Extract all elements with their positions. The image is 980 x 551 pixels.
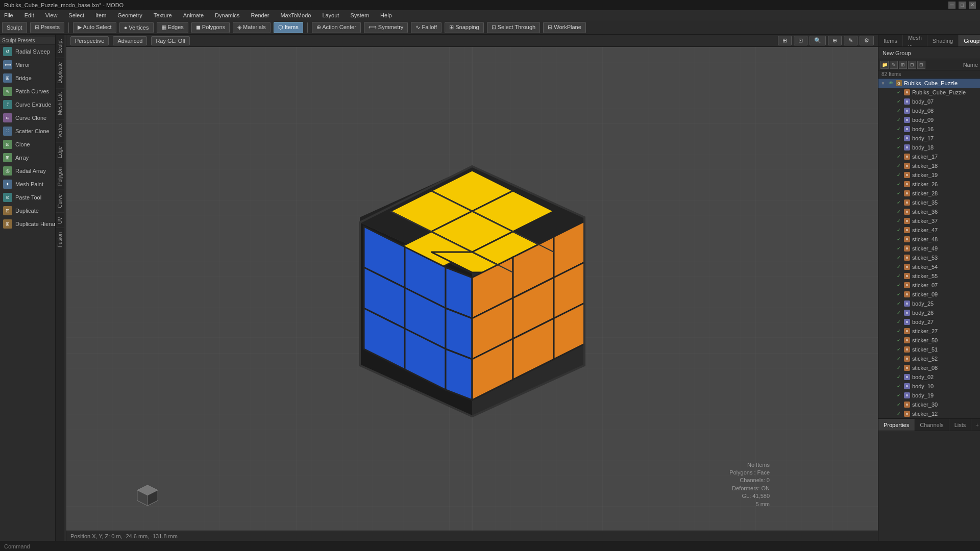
vis-icon[interactable]: ✓ (896, 108, 902, 114)
vp-icon-6[interactable]: ⚙ (860, 36, 874, 45)
items-button[interactable]: ⬡ Items (274, 22, 303, 33)
br-tab-add[interactable]: + (971, 419, 980, 431)
symmetry-button[interactable]: ⟺ Symmetry (364, 22, 408, 33)
scene-item-sticker_52[interactable]: ✓ M sticker_52 (878, 354, 980, 363)
vis-icon[interactable]: ✓ (896, 154, 902, 160)
scene-item-sticker_47[interactable]: ✓ M sticker_47 (878, 226, 980, 235)
visibility-icon[interactable]: 👁 (888, 80, 894, 86)
vis-icon[interactable]: ✓ (896, 374, 902, 380)
vis-icon[interactable]: ✓ (896, 328, 902, 334)
vis-icon[interactable]: ✓ (896, 89, 902, 95)
presets-button[interactable]: ⊞ Presets (30, 22, 64, 33)
expand-arrow[interactable]: ▼ (880, 81, 886, 86)
polygons-button[interactable]: ◼ Polygons (191, 22, 230, 33)
vert-tab-curve[interactable]: Curve (56, 190, 64, 212)
scene-item-sticker_37[interactable]: ✓ M sticker_37 (878, 216, 980, 226)
scene-item-body_02[interactable]: ✓ M body_02 (878, 372, 980, 382)
vis-icon[interactable]: ✓ (896, 300, 902, 307)
vis-icon[interactable]: ✓ (896, 163, 902, 169)
vis-icon[interactable]: ✓ (896, 383, 902, 389)
tab-items[interactable]: Items (878, 35, 903, 46)
3d-viewport[interactable]: No Items Polygons : Face Channels: 0 Def… (66, 47, 878, 531)
vis-icon[interactable]: ✓ (896, 282, 902, 288)
mini-orientation-cube[interactable] (135, 483, 160, 508)
scene-item-body_19[interactable]: ✓ M body_19 (878, 391, 980, 400)
vis-icon[interactable]: ✓ (896, 172, 902, 178)
scene-item-body_25[interactable]: ✓ M body_25 (878, 299, 980, 308)
tool-curve-clone[interactable]: ⊂ Curve Clone (0, 111, 55, 124)
auto-select-button[interactable]: ▶ Auto Select (73, 22, 116, 33)
br-tab-lists[interactable]: Lists (949, 419, 972, 431)
vis-icon[interactable]: ✓ (896, 337, 902, 343)
tab-mesh[interactable]: Mesh ... (903, 35, 927, 46)
scene-item-body_09[interactable]: ✓ M body_09 (878, 115, 980, 124)
scene-item-sticker_48[interactable]: ✓ M sticker_48 (878, 235, 980, 244)
tool-curve-extrude[interactable]: ⤴ Curve Extrude (0, 98, 55, 111)
tool-radial-sweep[interactable]: ↺ Radial Sweep (0, 45, 55, 58)
command-input[interactable] (34, 543, 976, 549)
scene-item-sticker_17[interactable]: ✓ M sticker_17 (878, 152, 980, 161)
scene-item-Rubiks_Cube_Puzzle[interactable]: ✓ M Rubiks_Cube_Puzzle (878, 88, 980, 97)
tab-groups[interactable]: Groups (959, 35, 980, 46)
minimize-button[interactable]: ─ (948, 2, 955, 9)
scene-item-sticker_27[interactable]: ✓ M sticker_27 (878, 327, 980, 336)
vis-icon[interactable]: ✓ (896, 227, 902, 233)
vis-icon[interactable]: ✓ (896, 291, 902, 297)
scene-item-sticker_36[interactable]: ✓ M sticker_36 (878, 207, 980, 216)
list-icon-1[interactable]: 📁 (880, 61, 889, 69)
scene-item-body_10[interactable]: ✓ M body_10 (878, 382, 980, 391)
menu-texture[interactable]: Texture (152, 11, 174, 19)
vis-icon[interactable]: ✓ (896, 310, 902, 316)
menu-maxtomodo[interactable]: MaxToModo (278, 11, 313, 19)
tool-clone[interactable]: ⊡ Clone (0, 138, 55, 151)
tool-patch-curves[interactable]: ∿ Patch Curves (0, 85, 55, 98)
list-icon-2[interactable]: ✎ (890, 61, 898, 69)
scene-item-sticker_12[interactable]: ✓ M sticker_12 (878, 409, 980, 418)
vis-icon[interactable]: ✓ (896, 126, 902, 132)
vis-icon[interactable]: ✓ (896, 199, 902, 206)
vert-tab-mesh-edit[interactable]: Mesh Edit (56, 88, 64, 119)
perspective-button[interactable]: Perspective (70, 36, 109, 45)
scene-item-sticker_55[interactable]: ✓ M sticker_55 (878, 271, 980, 281)
vp-icon-2[interactable]: ⊡ (794, 36, 807, 45)
scene-item-sticker_51[interactable]: ✓ M sticker_51 (878, 345, 980, 354)
action-center-button[interactable]: ⊕ Action Center (312, 22, 361, 33)
tool-duplicate[interactable]: ⊡ Duplicate (0, 204, 55, 217)
menu-file[interactable]: File (2, 11, 15, 19)
new-group-button[interactable]: New Group (883, 50, 911, 56)
menu-help[interactable]: Help (378, 11, 394, 19)
vert-tab-uv[interactable]: UV (56, 212, 64, 228)
tool-duplicate-hierarchy[interactable]: ⊞ Duplicate Hierarchy (0, 217, 55, 231)
vis-icon[interactable]: ✓ (896, 402, 902, 408)
select-through-button[interactable]: ⊡ Select Through (487, 22, 540, 33)
window-controls[interactable]: ─ □ ✕ (948, 2, 976, 9)
tool-mirror[interactable]: ⟺ Mirror (0, 58, 55, 71)
vis-icon[interactable]: ✓ (896, 181, 902, 187)
scene-item-body_18[interactable]: ✓ M body_18 (878, 143, 980, 152)
scene-item-sticker_18[interactable]: ✓ M sticker_18 (878, 161, 980, 170)
advanced-button[interactable]: Advanced (113, 36, 147, 45)
vis-icon[interactable]: ✓ (896, 365, 902, 371)
tool-radial-array[interactable]: ◎ Radial Array (0, 164, 55, 178)
snapping-button[interactable]: ⊞ Snapping (445, 22, 484, 33)
menu-item[interactable]: Item (93, 11, 108, 19)
vis-icon[interactable]: ✓ (896, 190, 902, 196)
vis-icon[interactable]: ✓ (896, 411, 902, 417)
tool-bridge[interactable]: ⊞ Bridge (0, 71, 55, 85)
vp-icon-1[interactable]: ⊞ (778, 36, 792, 45)
scene-item-body_26[interactable]: ✓ M body_26 (878, 308, 980, 317)
menu-geometry[interactable]: Geometry (115, 11, 144, 19)
scene-item-sticker_35[interactable]: ✓ M sticker_35 (878, 198, 980, 207)
vp-icon-3[interactable]: 🔍 (810, 36, 826, 45)
vis-icon[interactable]: ✓ (896, 117, 902, 123)
falloff-button[interactable]: ∿ Falloff (411, 22, 442, 33)
vis-icon[interactable]: ✓ (896, 346, 902, 353)
tool-paste-tool[interactable]: ⊙ Paste Tool (0, 191, 55, 204)
scene-item-sticker_50[interactable]: ✓ M sticker_50 (878, 336, 980, 345)
list-icon-4[interactable]: ⊡ (908, 61, 916, 69)
scene-item-body_27[interactable]: ✓ M body_27 (878, 317, 980, 327)
scene-item-body_16[interactable]: ✓ M body_16 (878, 124, 980, 134)
sculpt-button[interactable]: Sculpt (2, 22, 27, 33)
close-button[interactable]: ✕ (969, 2, 976, 9)
materials-button[interactable]: ◈ Materials (233, 22, 271, 33)
